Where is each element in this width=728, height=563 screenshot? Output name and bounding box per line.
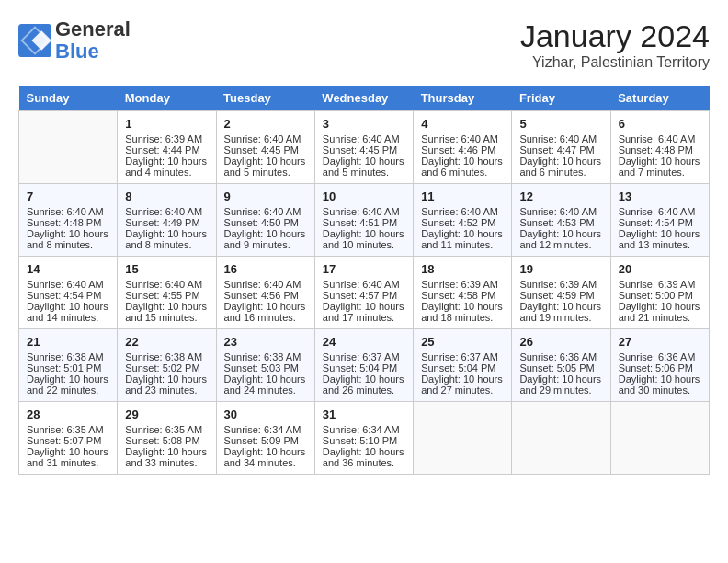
day-info-line: Sunrise: 6:34 AM	[224, 424, 307, 435]
day-info-line: Sunset: 4:53 PM	[519, 217, 602, 228]
calendar-cell: 20Sunrise: 6:39 AMSunset: 5:00 PMDayligh…	[610, 257, 709, 329]
calendar-cell: 10Sunrise: 6:40 AMSunset: 4:51 PMDayligh…	[314, 184, 413, 257]
day-info-line: Daylight: 10 hours	[619, 301, 701, 312]
day-info-line: Daylight: 10 hours	[224, 373, 307, 385]
day-info-line: Sunset: 4:48 PM	[27, 217, 109, 228]
day-info-line: and 11 minutes.	[421, 239, 504, 250]
calendar-cell: 1Sunrise: 6:39 AMSunset: 4:44 PMDaylight…	[118, 111, 216, 184]
day-info-line: Daylight: 10 hours	[323, 446, 405, 457]
day-info-line: Sunset: 4:47 PM	[519, 144, 602, 155]
day-number: 1	[125, 117, 208, 131]
day-info-line: Sunrise: 6:36 AM	[519, 351, 602, 362]
day-number: 2	[224, 117, 307, 131]
day-info-line: Daylight: 10 hours	[619, 155, 701, 167]
day-info-line: Daylight: 10 hours	[224, 155, 307, 167]
day-info-line: Sunrise: 6:35 AM	[125, 424, 208, 435]
day-info-line: Daylight: 10 hours	[125, 373, 208, 385]
day-info-line: Sunrise: 6:40 AM	[125, 279, 208, 290]
day-number: 15	[125, 262, 208, 276]
day-info-line: and 6 minutes.	[421, 167, 504, 178]
day-number: 19	[519, 262, 602, 276]
calendar-cell: 14Sunrise: 6:40 AMSunset: 4:54 PMDayligh…	[19, 257, 118, 329]
day-info-line: Sunrise: 6:35 AM	[27, 424, 109, 435]
day-info-line: Sunset: 4:48 PM	[619, 144, 701, 155]
calendar-cell: 15Sunrise: 6:40 AMSunset: 4:55 PMDayligh…	[118, 257, 216, 329]
day-info-line: and 8 minutes.	[27, 239, 109, 250]
day-info-line: and 17 minutes.	[323, 312, 405, 323]
day-number: 9	[224, 190, 307, 203]
day-header-tuesday: Tuesday	[216, 86, 314, 111]
calendar-cell	[512, 402, 610, 475]
day-info-line: Sunrise: 6:37 AM	[323, 351, 405, 362]
day-info-line: Sunrise: 6:34 AM	[323, 424, 405, 435]
day-number: 21	[27, 335, 109, 349]
day-info-line: and 10 minutes.	[323, 239, 405, 250]
day-info-line: Sunrise: 6:39 AM	[519, 279, 602, 290]
day-info-line: Sunrise: 6:40 AM	[323, 206, 405, 217]
day-number: 17	[323, 262, 405, 276]
day-info-line: Sunset: 4:54 PM	[27, 290, 109, 301]
calendar-cell: 16Sunrise: 6:40 AMSunset: 4:56 PMDayligh…	[216, 257, 314, 329]
logo-line1: General	[55, 17, 131, 40]
calendar-week-row: 21Sunrise: 6:38 AMSunset: 5:01 PMDayligh…	[19, 329, 710, 402]
day-info-line: and 6 minutes.	[519, 167, 602, 178]
day-number: 6	[619, 117, 701, 131]
day-number: 31	[323, 408, 405, 421]
day-info-line: Daylight: 10 hours	[224, 228, 307, 239]
day-info-line: Sunset: 5:09 PM	[224, 435, 307, 446]
day-info-line: Sunrise: 6:40 AM	[323, 279, 405, 290]
day-info-line: Sunset: 5:01 PM	[27, 362, 109, 373]
day-info-line: Sunrise: 6:38 AM	[224, 351, 307, 362]
day-info-line: Sunrise: 6:36 AM	[619, 351, 701, 362]
day-info-line: Daylight: 10 hours	[27, 228, 109, 239]
day-info-line: and 9 minutes.	[224, 239, 307, 250]
calendar-cell: 12Sunrise: 6:40 AMSunset: 4:53 PMDayligh…	[512, 184, 610, 257]
day-info-line: Daylight: 10 hours	[421, 228, 504, 239]
day-number: 8	[125, 190, 208, 203]
day-number: 14	[27, 262, 109, 276]
day-number: 12	[519, 190, 602, 203]
day-header-sunday: Sunday	[19, 86, 118, 111]
day-info-line: Daylight: 10 hours	[519, 373, 602, 385]
day-info-line: Sunrise: 6:40 AM	[619, 133, 701, 144]
day-info-line: Daylight: 10 hours	[224, 301, 307, 312]
day-number: 28	[27, 408, 109, 421]
day-info-line: Sunset: 5:04 PM	[421, 362, 504, 373]
day-info-line: Sunset: 4:45 PM	[224, 144, 307, 155]
day-header-saturday: Saturday	[610, 86, 709, 111]
logo-text: General Blue	[55, 18, 131, 63]
day-info-line: Sunset: 4:59 PM	[519, 290, 602, 301]
day-info-line: Sunrise: 6:40 AM	[224, 133, 307, 144]
day-header-thursday: Thursday	[414, 86, 512, 111]
day-info-line: Sunset: 5:05 PM	[519, 362, 602, 373]
day-number: 26	[519, 335, 602, 349]
day-info-line: and 36 minutes.	[323, 457, 405, 468]
day-info-line: and 30 minutes.	[619, 385, 701, 396]
day-info-line: Daylight: 10 hours	[619, 228, 701, 239]
day-info-line: Daylight: 10 hours	[619, 373, 701, 385]
day-number: 11	[421, 190, 504, 203]
day-number: 3	[323, 117, 405, 131]
day-info-line: and 31 minutes.	[27, 457, 109, 468]
day-info-line: Sunrise: 6:40 AM	[224, 206, 307, 217]
day-info-line: Sunrise: 6:40 AM	[224, 279, 307, 290]
calendar-cell: 24Sunrise: 6:37 AMSunset: 5:04 PMDayligh…	[314, 329, 413, 402]
day-info-line: Sunrise: 6:40 AM	[619, 206, 701, 217]
day-info-line: Sunset: 5:10 PM	[323, 435, 405, 446]
page-header: General Blue January 2024 Yizhar, Palest…	[18, 18, 710, 71]
day-info-line: Daylight: 10 hours	[323, 228, 405, 239]
calendar-cell: 11Sunrise: 6:40 AMSunset: 4:52 PMDayligh…	[414, 184, 512, 257]
day-info-line: Sunrise: 6:40 AM	[421, 206, 504, 217]
day-number: 30	[224, 408, 307, 421]
day-info-line: Sunset: 5:00 PM	[619, 290, 701, 301]
day-number: 10	[323, 190, 405, 203]
day-info-line: Daylight: 10 hours	[27, 301, 109, 312]
day-info-line: Sunset: 5:03 PM	[224, 362, 307, 373]
day-info-line: Daylight: 10 hours	[125, 155, 208, 167]
day-info-line: Sunset: 4:44 PM	[125, 144, 208, 155]
day-number: 16	[224, 262, 307, 276]
day-info-line: Daylight: 10 hours	[323, 301, 405, 312]
day-info-line: Sunset: 4:49 PM	[125, 217, 208, 228]
day-info-line: and 12 minutes.	[519, 239, 602, 250]
calendar-cell	[610, 402, 709, 475]
